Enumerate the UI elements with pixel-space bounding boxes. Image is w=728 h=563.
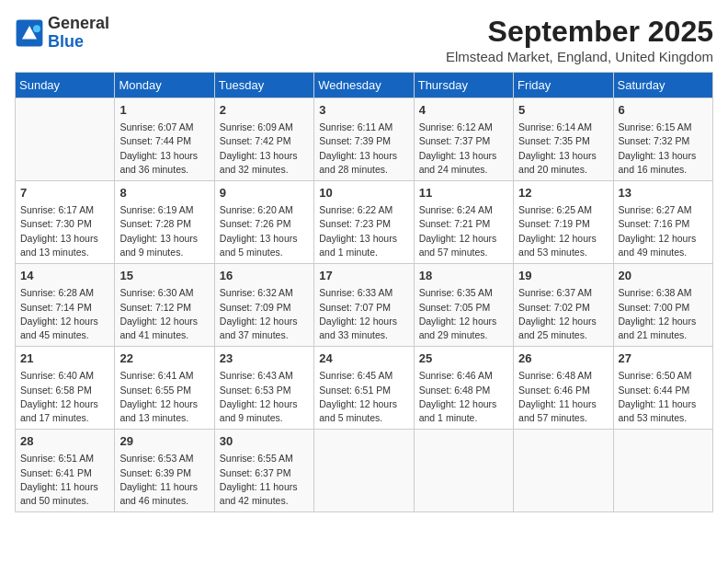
calendar-cell: 2Sunrise: 6:09 AM Sunset: 7:42 PM Daylig… [214,98,313,181]
day-number: 19 [518,268,608,284]
day-number: 30 [220,433,309,450]
cell-info: Sunrise: 6:35 AM Sunset: 7:05 PM Dayligh… [419,286,508,342]
cell-info: Sunrise: 6:25 AM Sunset: 7:19 PM Dayligh… [518,203,608,259]
day-number: 17 [319,268,408,284]
calendar-cell: 27Sunrise: 6:50 AM Sunset: 6:44 PM Dayli… [613,347,712,430]
cell-info: Sunrise: 6:14 AM Sunset: 7:35 PM Dayligh… [518,121,608,177]
calendar-cell: 6Sunrise: 6:15 AM Sunset: 7:32 PM Daylig… [613,98,712,181]
calendar-cell: 19Sunrise: 6:37 AM Sunset: 7:02 PM Dayli… [514,264,613,347]
day-number: 16 [220,268,309,284]
day-number: 4 [419,102,508,119]
day-number: 10 [319,185,408,201]
calendar-cell: 28Sunrise: 6:51 AM Sunset: 6:41 PM Dayli… [16,430,115,512]
cell-info: Sunrise: 6:12 AM Sunset: 7:37 PM Dayligh… [419,121,508,177]
calendar-cell [514,430,613,512]
day-number: 1 [119,102,209,119]
calendar-cell [16,98,115,181]
cell-info: Sunrise: 6:41 AM Sunset: 6:55 PM Dayligh… [119,369,209,425]
week-row-3: 14Sunrise: 6:28 AM Sunset: 7:14 PM Dayli… [16,264,713,347]
logo-icon [15,18,44,48]
day-header-wednesday: Wednesday [314,73,414,98]
cell-info: Sunrise: 6:17 AM Sunset: 7:30 PM Dayligh… [20,203,109,259]
calendar-cell [314,430,414,512]
cell-info: Sunrise: 6:46 AM Sunset: 6:48 PM Dayligh… [419,369,508,425]
cell-info: Sunrise: 6:53 AM Sunset: 6:39 PM Dayligh… [119,452,209,508]
cell-info: Sunrise: 6:33 AM Sunset: 7:07 PM Dayligh… [319,286,408,342]
calendar-table: SundayMondayTuesdayWednesdayThursdayFrid… [15,72,713,512]
calendar-cell: 18Sunrise: 6:35 AM Sunset: 7:05 PM Dayli… [414,264,513,347]
main-title: September 2025 [446,15,713,49]
cell-info: Sunrise: 6:20 AM Sunset: 7:26 PM Dayligh… [220,203,309,259]
day-number: 3 [319,102,408,119]
calendar-cell: 17Sunrise: 6:33 AM Sunset: 7:07 PM Dayli… [314,264,414,347]
cell-info: Sunrise: 6:07 AM Sunset: 7:44 PM Dayligh… [119,121,209,177]
calendar-cell: 24Sunrise: 6:45 AM Sunset: 6:51 PM Dayli… [314,347,414,430]
calendar-cell: 14Sunrise: 6:28 AM Sunset: 7:14 PM Dayli… [16,264,115,347]
calendar-cell: 1Sunrise: 6:07 AM Sunset: 7:44 PM Daylig… [115,98,214,181]
week-row-4: 21Sunrise: 6:40 AM Sunset: 6:58 PM Dayli… [16,347,713,430]
day-number: 8 [119,185,209,201]
day-header-saturday: Saturday [613,73,712,98]
day-number: 22 [119,350,209,367]
cell-info: Sunrise: 6:51 AM Sunset: 6:41 PM Dayligh… [20,452,109,508]
day-header-tuesday: Tuesday [214,73,313,98]
calendar-cell: 12Sunrise: 6:25 AM Sunset: 7:19 PM Dayli… [514,181,613,264]
calendar-cell: 8Sunrise: 6:19 AM Sunset: 7:28 PM Daylig… [115,181,214,264]
day-number: 20 [619,268,708,284]
day-number: 24 [319,350,408,367]
cell-info: Sunrise: 6:11 AM Sunset: 7:39 PM Dayligh… [319,121,408,177]
cell-info: Sunrise: 6:38 AM Sunset: 7:00 PM Dayligh… [619,286,708,342]
calendar-cell: 10Sunrise: 6:22 AM Sunset: 7:23 PM Dayli… [314,181,414,264]
cell-info: Sunrise: 6:55 AM Sunset: 6:37 PM Dayligh… [220,452,309,508]
cell-info: Sunrise: 6:50 AM Sunset: 6:44 PM Dayligh… [619,369,708,425]
cell-info: Sunrise: 6:37 AM Sunset: 7:02 PM Dayligh… [518,286,608,342]
day-number: 14 [20,268,109,284]
cell-info: Sunrise: 6:24 AM Sunset: 7:21 PM Dayligh… [419,203,508,259]
day-number: 9 [220,185,309,201]
week-row-5: 28Sunrise: 6:51 AM Sunset: 6:41 PM Dayli… [16,430,713,512]
cell-info: Sunrise: 6:30 AM Sunset: 7:12 PM Dayligh… [119,286,209,342]
day-number: 6 [619,102,708,119]
cell-info: Sunrise: 6:40 AM Sunset: 6:58 PM Dayligh… [20,369,109,425]
day-number: 28 [20,433,109,450]
calendar-cell: 5Sunrise: 6:14 AM Sunset: 7:35 PM Daylig… [514,98,613,181]
calendar-cell: 25Sunrise: 6:46 AM Sunset: 6:48 PM Dayli… [414,347,513,430]
day-header-friday: Friday [514,73,613,98]
day-header-monday: Monday [115,73,214,98]
day-number: 15 [119,268,209,284]
day-number: 18 [419,268,508,284]
header: General Blue September 2025 Elmstead Mar… [15,15,713,64]
day-number: 23 [220,350,309,367]
day-number: 25 [419,350,508,367]
week-row-1: 1Sunrise: 6:07 AM Sunset: 7:44 PM Daylig… [16,98,713,181]
cell-info: Sunrise: 6:09 AM Sunset: 7:42 PM Dayligh… [220,121,309,177]
calendar-cell: 30Sunrise: 6:55 AM Sunset: 6:37 PM Dayli… [214,430,313,512]
subtitle: Elmstead Market, England, United Kingdom [446,49,713,64]
calendar-cell: 3Sunrise: 6:11 AM Sunset: 7:39 PM Daylig… [314,98,414,181]
cell-info: Sunrise: 6:22 AM Sunset: 7:23 PM Dayligh… [319,203,408,259]
calendar-cell: 26Sunrise: 6:48 AM Sunset: 6:46 PM Dayli… [514,347,613,430]
calendar-cell [613,430,712,512]
cell-info: Sunrise: 6:32 AM Sunset: 7:09 PM Dayligh… [220,286,309,342]
logo: General Blue [15,15,109,52]
day-number: 7 [20,185,109,201]
day-number: 21 [20,350,109,367]
logo-text: General Blue [48,15,109,52]
calendar-cell: 22Sunrise: 6:41 AM Sunset: 6:55 PM Dayli… [115,347,214,430]
cell-info: Sunrise: 6:28 AM Sunset: 7:14 PM Dayligh… [20,286,109,342]
calendar-cell: 29Sunrise: 6:53 AM Sunset: 6:39 PM Dayli… [115,430,214,512]
day-number: 11 [419,185,508,201]
day-number: 2 [220,102,309,119]
calendar-cell: 11Sunrise: 6:24 AM Sunset: 7:21 PM Dayli… [414,181,513,264]
week-row-2: 7Sunrise: 6:17 AM Sunset: 7:30 PM Daylig… [16,181,713,264]
calendar-cell: 15Sunrise: 6:30 AM Sunset: 7:12 PM Dayli… [115,264,214,347]
calendar-cell: 16Sunrise: 6:32 AM Sunset: 7:09 PM Dayli… [214,264,313,347]
calendar-cell: 23Sunrise: 6:43 AM Sunset: 6:53 PM Dayli… [214,347,313,430]
day-number: 27 [619,350,708,367]
calendar-cell [414,430,513,512]
day-number: 29 [119,433,209,450]
calendar-cell: 21Sunrise: 6:40 AM Sunset: 6:58 PM Dayli… [16,347,115,430]
cell-info: Sunrise: 6:19 AM Sunset: 7:28 PM Dayligh… [119,203,209,259]
title-area: September 2025 Elmstead Market, England,… [446,15,713,64]
calendar-cell: 9Sunrise: 6:20 AM Sunset: 7:26 PM Daylig… [214,181,313,264]
